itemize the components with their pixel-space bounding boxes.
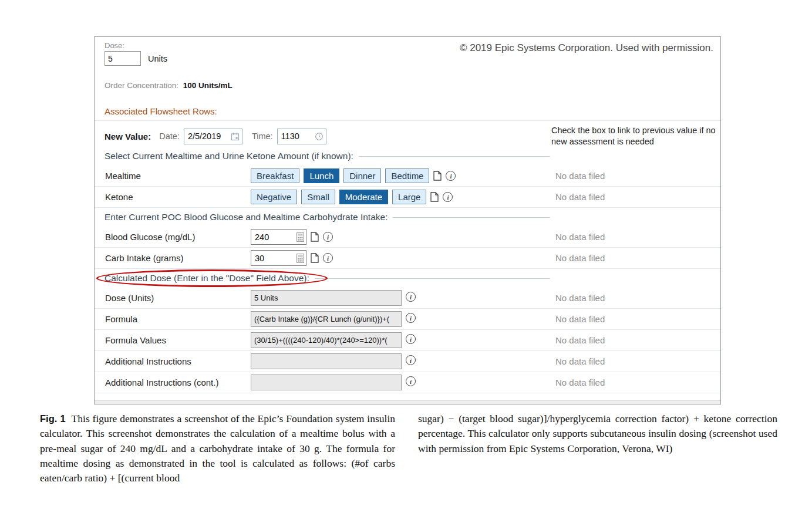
formula-values-row: Formula Values (30/15)+((((240-120)/40)*…	[95, 330, 720, 351]
info-icon[interactable]: i	[406, 376, 416, 386]
additional-instructions-cont-status: No data filed	[554, 377, 720, 387]
ketone-status: No data filed	[554, 192, 720, 202]
dose-readonly-value: 5 Units	[254, 294, 278, 302]
section-divider	[359, 156, 550, 157]
section-header-mealtime: Select Current Mealtime and Urine Ketone…	[95, 147, 720, 166]
ketone-label: Ketone	[95, 192, 251, 202]
clock-icon[interactable]	[315, 132, 324, 141]
calculator-icon[interactable]	[297, 232, 304, 242]
figure-label: Fig. 1	[40, 413, 72, 424]
info-icon[interactable]: i	[406, 334, 416, 344]
insulin-calculator-panel: © 2019 Epic Systems Corporation. Used wi…	[94, 36, 721, 404]
dose-units-row: Dose (Units) 5 Units i No data filed	[95, 288, 720, 309]
order-concentration: Order Concentration: 100 Units/mL	[105, 81, 720, 90]
additional-instructions-label: Additional Instructions	[95, 356, 251, 366]
section-header-calculated: Calculated Dose (Enter in the "Dose" Fie…	[95, 269, 720, 288]
clipped-next-row	[95, 400, 720, 404]
section-header-mealtime-text: Select Current Mealtime and Urine Ketone…	[105, 151, 353, 161]
new-note-icon[interactable]	[311, 253, 319, 263]
additional-instructions-readonly-field	[251, 353, 402, 369]
additional-instructions-cont-label: Additional Instructions (cont.)	[95, 377, 251, 387]
blood-glucose-status: No data filed	[554, 232, 720, 242]
ketone-large-button[interactable]: Large	[392, 190, 426, 204]
formula-row: Formula ({Carb Intake (g)}/{CR Lunch (g/…	[95, 309, 720, 330]
formula-readonly-value: ({Carb Intake (g)}/{CR Lunch (g/unit)})+…	[254, 315, 389, 323]
carb-intake-label: Carb Intake (grams)	[95, 253, 251, 263]
time-label: Time:	[252, 131, 273, 141]
info-icon[interactable]: i	[406, 292, 416, 302]
ketone-row: Ketone Negative Small Moderate Large i N…	[95, 187, 720, 208]
new-note-icon[interactable]	[311, 232, 319, 242]
blood-glucose-row: Blood Glucose (mg/dL) 240 i No data file…	[95, 227, 720, 248]
blood-glucose-value: 240	[255, 232, 297, 242]
info-icon[interactable]: i	[406, 313, 416, 323]
caption-text-right: sugar) − (target blood sugar)]/hyperglyc…	[418, 413, 777, 454]
section-header-glucose: Enter Current POC Blood Glucose and Meal…	[95, 208, 720, 227]
copyright-text: © 2019 Epic Systems Corporation. Used wi…	[460, 42, 713, 54]
dose-value: 5	[108, 54, 113, 63]
ketone-negative-button[interactable]: Negative	[251, 190, 297, 204]
calculator-icon[interactable]	[297, 254, 304, 263]
formula-values-label: Formula Values	[95, 335, 251, 345]
carb-intake-value: 30	[255, 254, 297, 263]
carb-intake-row: Carb Intake (grams) 30 i No data filed	[95, 248, 720, 269]
order-concentration-label: Order Concentration:	[105, 81, 178, 90]
mealtime-bedtime-button[interactable]: Bedtime	[385, 168, 429, 183]
dose-units-label: Units	[148, 54, 167, 63]
formula-values-status: No data filed	[554, 335, 720, 345]
mealtime-status: No data filed	[554, 171, 720, 181]
mealtime-dinner-button[interactable]: Dinner	[343, 168, 381, 183]
section-header-calculated-text: Calculated Dose (Enter in the "Dose" Fie…	[105, 273, 309, 284]
formula-values-readonly-field: (30/15)+((((240-120)/40)*(240>=120))*(	[251, 332, 402, 348]
mealtime-label: Mealtime	[95, 171, 251, 181]
dose-input[interactable]: 5	[105, 51, 141, 66]
dose-readonly-field: 5 Units	[251, 290, 402, 306]
additional-instructions-row: Additional Instructions i No data filed	[95, 351, 720, 372]
mealtime-row: Mealtime Breakfast Lunch Dinner Bedtime …	[95, 166, 720, 187]
calendar-icon[interactable]	[231, 132, 240, 141]
blood-glucose-input[interactable]: 240	[251, 229, 306, 245]
new-note-icon[interactable]	[433, 171, 442, 181]
carb-intake-input[interactable]: 30	[251, 250, 306, 266]
section-divider	[315, 278, 550, 279]
time-value: 1130	[281, 131, 315, 141]
order-concentration-value: 100 Units/mL	[183, 81, 233, 90]
mealtime-lunch-button[interactable]: Lunch	[304, 168, 339, 183]
carb-intake-status: No data filed	[554, 253, 720, 263]
dose-units-label: Dose (Units)	[95, 293, 251, 303]
dose-status: No data filed	[554, 293, 720, 303]
additional-instructions-status: No data filed	[554, 356, 720, 366]
new-note-icon[interactable]	[430, 192, 439, 202]
new-value-label: New Value:	[105, 131, 151, 141]
section-header-glucose-text: Enter Current POC Blood Glucose and Meal…	[105, 212, 388, 222]
date-input[interactable]: 2/5/2019	[184, 129, 242, 144]
mealtime-breakfast-button[interactable]: Breakfast	[251, 168, 299, 183]
date-label: Date:	[159, 131, 180, 141]
additional-instructions-cont-row: Additional Instructions (cont.) i No dat…	[95, 372, 720, 393]
ketone-small-button[interactable]: Small	[301, 190, 335, 204]
formula-label: Formula	[95, 314, 251, 324]
info-icon[interactable]: i	[443, 192, 453, 202]
time-input[interactable]: 1130	[277, 129, 326, 144]
figure-caption-left: Fig. 1This figure demonstrates a screens…	[40, 412, 395, 485]
blood-glucose-label: Blood Glucose (mg/dL)	[95, 232, 251, 242]
info-icon[interactable]: i	[446, 171, 456, 181]
date-value: 2/5/2019	[188, 131, 231, 141]
formula-values-readonly-value: (30/15)+((((240-120)/40)*(240>=120))*(	[254, 336, 388, 345]
info-icon[interactable]: i	[323, 253, 333, 263]
formula-readonly-field: ({Carb Intake (g)}/{CR Lunch (g/unit)})+…	[251, 311, 402, 327]
info-icon[interactable]: i	[406, 355, 416, 365]
info-icon[interactable]: i	[323, 232, 333, 242]
formula-status: No data filed	[554, 314, 720, 324]
associated-flowsheet-header: Associated Flowsheet Rows:	[95, 106, 720, 121]
new-value-row: New Value: Date: 2/5/2019 Time: 1130 Che…	[95, 121, 720, 147]
ketone-moderate-button[interactable]: Moderate	[339, 190, 388, 204]
link-previous-note: Check the box to link to previous value …	[551, 125, 720, 147]
caption-text-left: This figure demonstrates a screenshot of…	[40, 413, 395, 484]
additional-instructions-cont-readonly-field	[251, 375, 402, 390]
figure-caption-right: sugar) − (target blood sugar)]/hyperglyc…	[418, 412, 777, 456]
section-divider	[393, 217, 550, 218]
